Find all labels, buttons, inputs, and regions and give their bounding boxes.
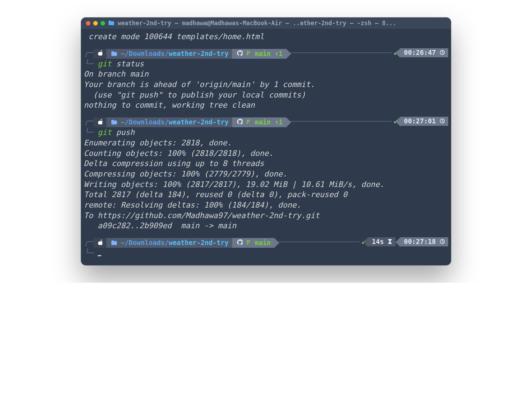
path-name: weather-2nd-try xyxy=(169,118,229,127)
prompt-row: ╭─ ~/Downloads/weather-2nd-try xyxy=(84,47,448,59)
command-args: status xyxy=(112,59,144,68)
command-keyword: git xyxy=(98,59,112,68)
output-line: (use "git push" to publish your local co… xyxy=(84,90,448,100)
window-controls xyxy=(86,21,105,26)
branch-name: main xyxy=(255,49,271,58)
branch-name: main xyxy=(255,238,271,247)
cursor xyxy=(98,248,101,256)
scrollback-line: create mode 100644 templates/home.html xyxy=(84,31,448,42)
clock-icon xyxy=(440,48,445,57)
branch-name: main xyxy=(255,118,271,127)
command-line[interactable]: ╰─ git status xyxy=(84,59,448,69)
folder-icon xyxy=(111,49,117,58)
github-icon xyxy=(237,118,243,127)
duration-segment: 14s xyxy=(368,237,396,246)
hourglass-icon xyxy=(388,237,392,246)
output-line: Your branch is ahead of 'origin/main' by… xyxy=(84,79,448,90)
window-title: weather-2nd-try — madhawa@Madhawas-MacBo… xyxy=(118,19,446,27)
prompt-row: ╭─ ~/Downloads/weather-2nd-try xyxy=(84,236,448,248)
close-button[interactable] xyxy=(86,21,90,26)
apple-icon xyxy=(98,239,103,247)
branch-icon xyxy=(246,49,251,58)
folder-icon xyxy=(111,118,117,127)
apple-icon xyxy=(98,118,103,127)
output-line: a09c282..2b909ed main -> main xyxy=(84,221,448,231)
prompt-time: 00:27:18 xyxy=(404,237,436,246)
path-prefix: ~/Downloads/ xyxy=(121,49,169,58)
output-line: remote: Resolving deltas: 100% (184/184)… xyxy=(84,200,448,210)
prompt-rule xyxy=(288,121,392,122)
prompt-rule xyxy=(288,52,392,53)
ahead-count: ↑1 xyxy=(275,49,283,58)
terminal-window: weather-2nd-try — madhawa@Madhawas-MacBo… xyxy=(81,17,451,265)
titlebar[interactable]: weather-2nd-try — madhawa@Madhawas-MacBo… xyxy=(81,17,451,29)
path-name: weather-2nd-try xyxy=(169,238,229,247)
clock-icon xyxy=(440,117,445,126)
prompt-time: 00:26:47 xyxy=(404,48,436,57)
output-line: Compressing objects: 100% (2779/2779), d… xyxy=(84,169,448,179)
output-line: nothing to commit, working tree clean xyxy=(84,100,448,110)
folder-icon xyxy=(111,238,117,247)
command-keyword: git xyxy=(98,128,112,137)
output-line: Writing objects: 100% (2817/2817), 19.02… xyxy=(84,179,448,190)
path-prefix: ~/Downloads/ xyxy=(121,118,169,127)
command-line[interactable]: ╰─ xyxy=(84,248,448,258)
command-line[interactable]: ╰─ git push xyxy=(84,127,448,138)
path-prefix: ~/Downloads/ xyxy=(121,238,169,247)
prompt-time: 00:27:01 xyxy=(404,117,436,126)
command-args: push xyxy=(112,128,135,137)
terminal-area[interactable]: create mode 100644 templates/home.html ╭… xyxy=(81,29,451,265)
github-icon xyxy=(237,238,243,247)
output-line: Delta compression using up to 8 threads xyxy=(84,158,448,169)
minimize-button[interactable] xyxy=(93,21,98,26)
output-line: Counting objects: 100% (2818/2818), done… xyxy=(84,148,448,159)
github-icon xyxy=(237,49,243,58)
maximize-button[interactable] xyxy=(101,21,105,26)
prompt-duration: 14s xyxy=(372,237,384,246)
path-name: weather-2nd-try xyxy=(169,49,229,58)
branch-icon xyxy=(246,238,251,247)
output-line: Enumerating objects: 2818, done. xyxy=(84,138,448,148)
prompt-row: ╭─ ~/Downloads/weather-2nd-try xyxy=(84,115,448,127)
output-line: To https://github.com/Madhawa97/weather-… xyxy=(84,210,448,221)
apple-icon xyxy=(98,50,103,58)
branch-icon xyxy=(246,118,251,127)
clock-icon xyxy=(440,237,445,246)
folder-icon xyxy=(109,20,114,27)
output-line: On branch main xyxy=(84,69,448,79)
output-line: Total 2817 (delta 184), reused 0 (delta … xyxy=(84,189,448,200)
prompt-rule xyxy=(276,241,360,242)
ahead-count: ↑1 xyxy=(275,118,283,127)
